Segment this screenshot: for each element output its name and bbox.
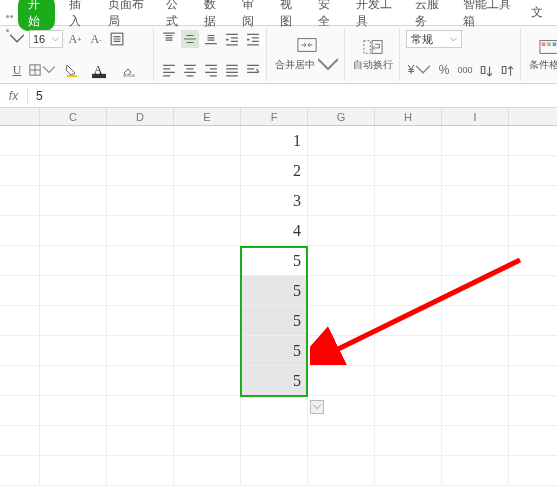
fontsize-input[interactable]: 16 <box>29 30 63 48</box>
align-center-icon[interactable] <box>181 61 199 79</box>
fillcolor-icon[interactable] <box>58 61 84 79</box>
cell[interactable]: 4 <box>241 216 308 245</box>
cell[interactable]: 5 <box>241 306 308 335</box>
tab-smart[interactable]: 智能工具箱 <box>455 0 521 32</box>
condfmt-label: 条件格式 <box>529 58 557 72</box>
tab-cut[interactable]: 文 <box>523 2 551 23</box>
col-header[interactable]: G <box>308 108 375 125</box>
toolbar: 16 A+ A- U A <box>0 26 557 84</box>
svg-rect-5 <box>297 38 315 51</box>
tab-devtools[interactable]: 开发工具 <box>348 0 404 32</box>
align-right-icon[interactable] <box>202 61 220 79</box>
tab-insert[interactable]: 插入 <box>61 0 97 32</box>
col-header[interactable]: D <box>107 108 174 125</box>
sheet: C D E F G H I 1 2 3 4 5 5 5 5 5 <box>0 108 557 486</box>
tab-pagelayout[interactable]: 页面布局 <box>100 0 156 32</box>
menu-dots-icon[interactable] <box>6 7 15 19</box>
cell[interactable]: 3 <box>241 186 308 215</box>
tab-review[interactable]: 审阅 <box>234 0 270 32</box>
cell[interactable]: 1 <box>241 126 308 155</box>
group-align <box>156 28 267 81</box>
wrap-label: 自动换行 <box>353 58 393 72</box>
tab-security[interactable]: 安全 <box>310 0 346 32</box>
cell[interactable]: 5 <box>241 246 308 275</box>
fontcolor-icon[interactable]: A <box>87 61 113 79</box>
merge-label: 合并居中 <box>275 58 315 72</box>
tab-cloud[interactable]: 云服务 <box>407 0 453 32</box>
grid[interactable]: 1 2 3 4 5 5 5 5 5 <box>0 126 557 486</box>
options-icon[interactable] <box>108 30 126 48</box>
percent-icon[interactable]: % <box>435 61 453 79</box>
menu-quick: 开始 <box>6 0 59 31</box>
thousand-icon[interactable]: 000 <box>456 61 474 79</box>
indent-dec-icon[interactable] <box>223 30 241 48</box>
indent-inc-icon[interactable] <box>244 30 262 48</box>
autofill-options[interactable] <box>310 400 324 414</box>
menu-bar: 开始 插入 页面布局 公式 数据 审阅 视图 安全 开发工具 云服务 智能工具箱… <box>0 0 557 26</box>
col-header[interactable]: F <box>241 108 308 125</box>
align-top-icon[interactable] <box>160 30 178 48</box>
svg-rect-2 <box>67 75 77 77</box>
svg-rect-11 <box>553 42 557 46</box>
align-middle-icon[interactable] <box>181 30 199 48</box>
col-header[interactable]: C <box>40 108 107 125</box>
tab-data[interactable]: 数据 <box>196 0 232 32</box>
tab-view[interactable]: 视图 <box>272 0 308 32</box>
dec-inc-icon[interactable] <box>477 61 495 79</box>
underline-icon[interactable]: U <box>8 61 26 79</box>
col-header-blank[interactable] <box>0 108 40 125</box>
formula-value[interactable]: 5 <box>28 89 43 103</box>
wrap-button[interactable]: 自动换行 <box>347 28 400 81</box>
orientation-icon[interactable] <box>244 61 262 79</box>
condfmt-button[interactable]: 条件格式 <box>523 28 557 81</box>
numformat-value: 常规 <box>411 32 433 47</box>
column-headers: C D E F G H I <box>0 108 557 126</box>
highlight-icon[interactable] <box>116 61 142 79</box>
align-left-icon[interactable] <box>160 61 178 79</box>
svg-rect-4 <box>124 75 134 77</box>
cell[interactable]: 5 <box>241 366 308 395</box>
font-dropdown[interactable] <box>8 30 26 48</box>
formula-bar: fx 5 <box>0 84 557 108</box>
increase-font-icon[interactable]: A+ <box>66 30 84 48</box>
col-header[interactable]: E <box>174 108 241 125</box>
cell[interactable]: 5 <box>241 276 308 305</box>
col-header[interactable]: H <box>375 108 442 125</box>
currency-icon[interactable]: ¥ <box>406 61 432 79</box>
fontsize-value: 16 <box>33 33 45 45</box>
group-number: 常规 ¥ % 000 <box>402 28 521 81</box>
dec-dec-icon[interactable] <box>498 61 516 79</box>
cell[interactable]: 5 <box>241 336 308 365</box>
col-header[interactable]: I <box>442 108 509 125</box>
svg-rect-10 <box>547 42 551 46</box>
svg-rect-9 <box>542 42 546 46</box>
cell[interactable]: 2 <box>241 156 308 185</box>
align-bottom-icon[interactable] <box>202 30 220 48</box>
merge-button[interactable]: 合并居中 <box>269 28 345 81</box>
tab-formula[interactable]: 公式 <box>158 0 194 32</box>
numformat-select[interactable]: 常规 <box>406 30 462 48</box>
border-icon[interactable] <box>29 61 55 79</box>
svg-rect-6 <box>364 40 370 53</box>
group-font: 16 A+ A- U A <box>4 28 154 81</box>
svg-rect-3 <box>92 74 106 78</box>
tab-home[interactable]: 开始 <box>18 0 56 31</box>
decrease-font-icon[interactable]: A- <box>87 30 105 48</box>
fx-icon[interactable]: fx <box>0 89 28 103</box>
align-justify-icon[interactable] <box>223 61 241 79</box>
